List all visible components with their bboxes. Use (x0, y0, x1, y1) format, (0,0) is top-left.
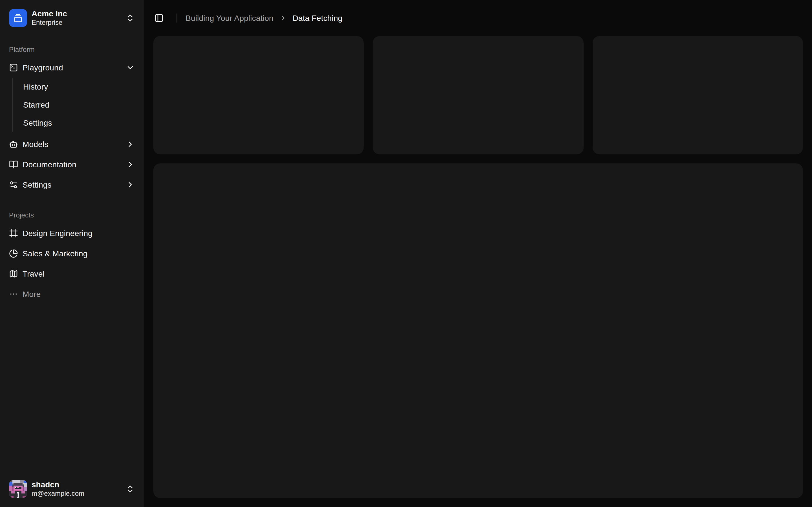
bot-icon (9, 140, 18, 149)
sidebar-group-platform: Platform Playground (0, 36, 144, 198)
ellipsis-icon (9, 290, 18, 298)
team-plan: Enterprise (32, 19, 121, 27)
avatar (9, 480, 27, 498)
panel-left-icon (154, 13, 163, 22)
chevrons-up-down-icon (126, 485, 135, 494)
sidebar-item-models[interactable]: Models (4, 135, 139, 153)
sidebar-subitem-history[interactable]: History (18, 79, 139, 95)
team-name: Acme Inc (32, 9, 121, 19)
page-content (144, 36, 812, 507)
placeholder-card (592, 36, 803, 154)
placeholder-card-grid (153, 36, 803, 154)
user-text: shadcn m@example.com (32, 480, 121, 498)
sidebar-subitem-starred[interactable]: Starred (18, 97, 139, 113)
book-open-icon (9, 160, 18, 169)
breadcrumb-chevron-icon (279, 14, 287, 22)
breadcrumb: Building Your Application Data Fetching (186, 13, 343, 22)
user-email: m@example.com (32, 490, 121, 498)
frame-icon (9, 229, 18, 238)
breadcrumb-current-page: Data Fetching (293, 13, 343, 22)
placeholder-card (373, 36, 583, 154)
chevron-right-icon (126, 140, 135, 149)
chevron-right-icon (126, 160, 135, 169)
sidebar-item-sales-marketing[interactable]: Sales & Marketing (4, 244, 139, 263)
sidebar-item-travel[interactable]: Travel (4, 265, 139, 283)
chevrons-up-down-icon (126, 13, 135, 22)
group-label-projects: Projects (4, 206, 139, 224)
settings-sliders-icon (9, 180, 18, 189)
sidebar-subitem-settings[interactable]: Settings (18, 115, 139, 131)
sidebar-item-settings[interactable]: Settings (4, 176, 139, 194)
sidebar-item-documentation[interactable]: Documentation (4, 156, 139, 173)
sidebar-item-more[interactable]: More (4, 285, 139, 303)
sidebar-toggle-button[interactable] (151, 10, 167, 26)
gallery-vertical-end-icon (13, 13, 22, 22)
vertical-separator (176, 13, 176, 22)
app-window: Acme Inc Enterprise Platform (0, 0, 812, 507)
map-icon (9, 269, 18, 278)
user-menu-button[interactable]: shadcn m@example.com (4, 475, 139, 503)
placeholder-panel (153, 163, 803, 498)
square-terminal-icon (9, 63, 18, 72)
main-area: Building Your Application Data Fetching (144, 0, 812, 507)
pie-chart-icon (9, 249, 18, 258)
placeholder-card (153, 36, 364, 154)
sidebar-group-projects: Projects Design Engineering (0, 202, 144, 307)
team-logo (9, 9, 27, 27)
breadcrumb-parent-link[interactable]: Building Your Application (186, 13, 273, 22)
sidebar-item-playground-wrap: Playground History Starred Settings (4, 59, 139, 133)
chevron-down-icon (126, 63, 135, 72)
topbar: Building Your Application Data Fetching (144, 0, 812, 36)
sidebar-item-playground[interactable]: Playground (4, 59, 139, 76)
sidebar: Acme Inc Enterprise Platform (0, 0, 144, 507)
user-name: shadcn (32, 480, 121, 490)
team-switcher-button[interactable]: Acme Inc Enterprise (4, 4, 139, 32)
group-label-platform: Platform (4, 41, 139, 59)
team-text: Acme Inc Enterprise (32, 9, 121, 27)
sidebar-footer: shadcn m@example.com (0, 471, 144, 507)
chevron-right-icon (126, 180, 135, 189)
sidebar-item-design-engineering[interactable]: Design Engineering (4, 224, 139, 242)
playground-submenu: History Starred Settings (12, 78, 139, 132)
sidebar-content: Platform Playground (0, 36, 144, 471)
sidebar-header: Acme Inc Enterprise (0, 0, 144, 36)
